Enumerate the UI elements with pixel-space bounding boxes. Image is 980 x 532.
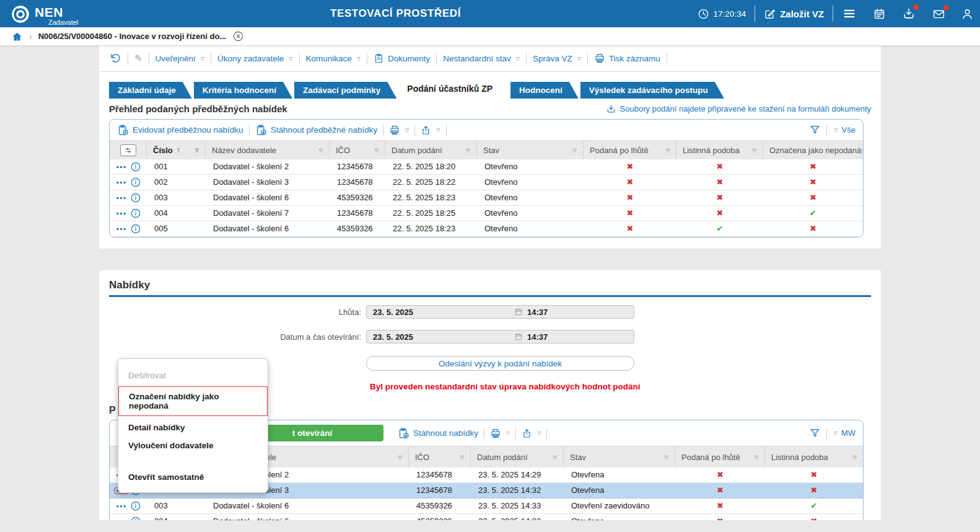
row-info-button[interactable] <box>131 177 141 187</box>
tab-zakladni-udaje[interactable]: Základní údaje <box>109 82 192 99</box>
filter-caret-icon[interactable]: ▽ <box>460 454 464 460</box>
header-divider <box>833 6 833 22</box>
filter-icon[interactable] <box>809 124 821 136</box>
history-icon[interactable] <box>109 52 121 64</box>
table-row[interactable]: 002 Dodavatel - školení 3 12345678 22. 5… <box>110 175 863 190</box>
tab-kriteria-hodnoceni[interactable]: Kritéria hodnocení <box>194 82 292 99</box>
row-info-button[interactable] <box>131 516 141 520</box>
filter-caret-icon[interactable]: ▽ <box>755 454 758 460</box>
column-header-listinna[interactable]: Listinná podoba▽ <box>765 446 863 468</box>
column-header-nepodana[interactable]: Označena jako nepodaná▽ <box>763 141 863 159</box>
filter-caret-icon[interactable]: ▽ <box>375 148 378 153</box>
row-menu-button[interactable] <box>116 212 126 215</box>
toolbar-item-ukony-zadavatele[interactable]: Úkony zadavatele▽ <box>217 54 292 63</box>
calendar-button[interactable] <box>873 7 886 20</box>
menu-item-vylouceni-dodavatele[interactable]: Vyloučení dodavatele <box>118 437 268 454</box>
download-offers-button[interactable]: Stáhnout nabídky <box>398 427 478 439</box>
row-info-button[interactable] <box>131 224 141 234</box>
files-download-link[interactable]: Soubory podání najdete připravené ke sta… <box>606 104 871 114</box>
column-header-nazev[interactable]: Název dodavatele▽ <box>206 141 330 159</box>
filter-caret-icon[interactable]: ▽ <box>853 454 857 460</box>
deadline-date-input[interactable]: 23. 5. 2025 <box>367 308 514 317</box>
toolbar-item-tisk-zaznamu[interactable]: Tisk záznamu <box>594 53 660 64</box>
column-header-po-lhute[interactable]: Podaná po lhůtě▽ <box>675 446 765 468</box>
filter-caret-icon[interactable]: ▽ <box>319 148 323 153</box>
filter-caret-icon[interactable]: ▽ <box>195 148 199 153</box>
toolbar-item-komunikace[interactable]: Komunikace▽ <box>306 54 361 63</box>
row-menu-button[interactable] <box>116 505 126 508</box>
column-header-ico[interactable]: IČO▽ <box>409 446 471 468</box>
row-menu-button[interactable] <box>116 197 126 200</box>
table-row[interactable]: 001 Dodavatel - školení 2 12345678 22. 5… <box>110 159 863 175</box>
create-vz-button[interactable]: Založit VZ <box>764 8 824 20</box>
register-prelim-offer-button[interactable]: Evidovat předběžnou nabídku <box>117 124 243 136</box>
row-menu-button[interactable] <box>116 228 126 231</box>
column-header-stav[interactable]: Stav▽ <box>564 446 675 468</box>
row-info-button[interactable] <box>131 208 141 218</box>
filter-caret-icon[interactable]: ▽ <box>861 148 863 153</box>
export-table-button[interactable]: ▽ <box>522 428 541 439</box>
tab-zadavaci-podminky[interactable]: Zadávací podmínky <box>294 82 396 99</box>
opening-date-input[interactable]: 23. 5. 2025 <box>367 332 514 342</box>
column-header-ico[interactable]: IČO▽ <box>330 141 385 159</box>
column-header-cislo[interactable]: Číslo↑▽ <box>147 141 206 159</box>
menu-button[interactable] <box>842 7 857 20</box>
deadline-time-input[interactable]: 14:37 <box>527 308 548 317</box>
profile-button[interactable] <box>961 7 974 20</box>
toolbar-item-dokumenty[interactable]: Dokumenty <box>374 53 430 64</box>
filter-caret-icon[interactable]: ▽ <box>398 454 402 460</box>
menu-item-oznaceni-nepodana[interactable]: Označení nabídky jako nepodaná <box>118 386 268 416</box>
menu-item-otevrit-samostatne[interactable]: Otevřít samostatně <box>118 468 268 486</box>
breadcrumb-record[interactable]: N006/25/V00004860 - Inovace v rozvoji ří… <box>38 32 226 41</box>
table-row[interactable]: 004 Dodavatel - školení 7 12345678 22. 5… <box>110 206 863 221</box>
column-header-po-lhute[interactable]: Podaná po lhůtě▽ <box>584 141 676 159</box>
close-tab-icon[interactable] <box>232 30 244 42</box>
filter-caret-icon[interactable]: ▽ <box>553 454 557 460</box>
cell-listinna-podoba: ✖ <box>765 468 863 483</box>
column-header-listinna[interactable]: Listinná podoba▽ <box>676 141 763 159</box>
nen-logo[interactable]: NEN Zadavatel <box>11 2 166 26</box>
toolbar-item-sprava-vz[interactable]: Správa VZ▽ <box>533 54 581 63</box>
menu-item-detail-nabidky[interactable]: Detail nabídky <box>118 419 268 437</box>
row-info-button[interactable] <box>131 501 141 511</box>
home-icon[interactable] <box>11 31 23 42</box>
table-row[interactable]: 005 Dodavatel - školení 6 45359326 22. 5… <box>110 221 863 237</box>
deadline-field[interactable]: 23. 5. 2025 14:37 <box>366 305 634 319</box>
print-table-button[interactable]: ▽ <box>389 125 409 136</box>
view-selector[interactable]: ▽MW <box>833 428 855 438</box>
filter-caret-icon[interactable]: ▽ <box>665 454 668 460</box>
table-row[interactable]: 003 Dodavatel - školení 6 45359326 23. 5… <box>110 499 863 514</box>
column-header-stav[interactable]: Stav▽ <box>477 141 584 159</box>
messages-button[interactable] <box>932 7 946 20</box>
filter-icon[interactable] <box>809 427 821 439</box>
row-menu-button[interactable] <box>116 166 126 169</box>
toolbar-item-nestandardni-stav[interactable]: Nestandardní stav▽ <box>443 54 520 63</box>
row-info-button[interactable] <box>131 193 141 203</box>
opening-field[interactable]: 23. 5. 2025 14:37 <box>366 330 634 344</box>
send-call-for-offers-button[interactable]: Odeslání výzvy k podání nabídek <box>366 356 634 371</box>
row-info-button[interactable] <box>131 162 141 172</box>
toolbar-divider <box>367 53 367 64</box>
print-table-button[interactable]: ▽ <box>490 428 510 439</box>
column-header-datum[interactable]: Datum podání▽ <box>385 141 477 159</box>
table-row[interactable]: 004 Dodavatel - školení 6 45359326 23. 5… <box>110 514 863 520</box>
filter-caret-icon[interactable]: ▽ <box>573 148 577 153</box>
row-menu-button[interactable] <box>116 181 126 184</box>
tab-hodnoceni[interactable]: Hodnocení <box>510 82 579 99</box>
filter-caret-icon[interactable]: ▽ <box>753 148 756 153</box>
view-selector[interactable]: ▽Vše <box>833 125 855 135</box>
column-header-datum[interactable]: Datum podání▽ <box>471 446 564 468</box>
filter-caret-icon[interactable]: ▽ <box>666 148 670 153</box>
tab-vysledek[interactable]: Výsledek zadávacího postupu <box>580 82 724 99</box>
table-row[interactable]: 003 Dodavatel - školení 6 45359326 22. 5… <box>110 190 863 206</box>
downloads-button[interactable] <box>902 7 916 20</box>
toolbar-item-uverejneni[interactable]: Uveřejnění▽ <box>155 54 204 63</box>
filter-caret-icon[interactable]: ▽ <box>466 148 470 153</box>
export-table-button[interactable]: ▽ <box>421 125 440 136</box>
download-prelim-offers-button[interactable]: Stáhnout předběžné nabídky <box>255 124 378 136</box>
edit-record-icon[interactable]: ✎ <box>134 53 142 64</box>
tab-podani-ucastniku-zp[interactable]: Podání účastníků ZP <box>398 79 509 99</box>
row-menu-button[interactable] <box>116 520 126 521</box>
column-settings-button[interactable] <box>110 141 147 159</box>
opening-time-input[interactable]: 14:37 <box>527 332 548 342</box>
